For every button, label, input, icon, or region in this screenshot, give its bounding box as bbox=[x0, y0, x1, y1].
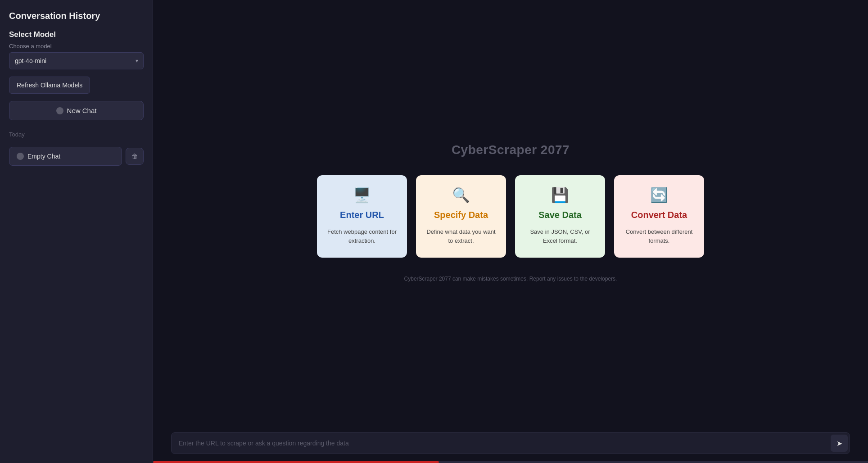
save-data-icon: 💾 bbox=[551, 188, 569, 202]
model-select-wrapper: gpt-4o-mini gpt-4o gpt-3.5-turbo ▾ bbox=[9, 52, 144, 69]
sidebar: Conversation History Select Model Choose… bbox=[0, 0, 153, 463]
new-chat-button[interactable]: New Chat bbox=[9, 101, 144, 120]
model-select[interactable]: gpt-4o-mini gpt-4o gpt-3.5-turbo bbox=[9, 52, 144, 69]
enter-url-title: Enter URL bbox=[340, 209, 384, 220]
enter-url-description: Fetch webpage content for extraction. bbox=[326, 227, 398, 245]
sidebar-title: Conversation History bbox=[9, 11, 144, 21]
input-wrapper: ➤ bbox=[171, 432, 850, 454]
delete-chat-button[interactable]: 🗑 bbox=[126, 148, 144, 165]
card-enter-url[interactable]: 🖥️ Enter URL Fetch webpage content for e… bbox=[317, 175, 407, 258]
empty-chat-label: Empty Chat bbox=[27, 153, 60, 160]
scroll-indicator bbox=[153, 461, 868, 463]
url-input[interactable] bbox=[179, 435, 827, 451]
send-icon: ➤ bbox=[836, 439, 842, 448]
save-data-title: Save Data bbox=[538, 209, 582, 220]
new-chat-label: New Chat bbox=[67, 107, 97, 114]
card-specify-data[interactable]: 🔍 Specify Data Define what data you want… bbox=[416, 175, 506, 258]
disclaimer-text: CyberScraper 2077 can make mistakes some… bbox=[404, 276, 617, 282]
convert-data-description: Convert between different formats. bbox=[623, 227, 695, 245]
empty-chat-button[interactable]: Empty Chat bbox=[9, 147, 122, 166]
specify-data-icon: 🔍 bbox=[452, 188, 470, 202]
select-model-label: Select Model bbox=[9, 30, 144, 39]
chat-icon bbox=[56, 107, 63, 114]
main-panel: CyberScraper 2077 🖥️ Enter URL Fetch web… bbox=[153, 0, 868, 463]
specify-data-title: Specify Data bbox=[434, 209, 488, 220]
convert-data-title: Convert Data bbox=[631, 209, 687, 220]
bottom-bar: ➤ bbox=[153, 425, 868, 463]
trash-icon: 🗑 bbox=[131, 153, 138, 160]
select-model-section: Select Model Choose a model gpt-4o-mini … bbox=[9, 30, 144, 69]
chat-history-row: Empty Chat 🗑 bbox=[9, 147, 144, 166]
app-title: CyberScraper 2077 bbox=[452, 143, 570, 157]
card-convert-data[interactable]: 🔄 Convert Data Convert between different… bbox=[614, 175, 704, 258]
main-content: CyberScraper 2077 🖥️ Enter URL Fetch web… bbox=[153, 0, 868, 425]
enter-url-icon: 🖥️ bbox=[353, 188, 371, 202]
specify-data-description: Define what data you want to extract. bbox=[425, 227, 497, 245]
scroll-thumb bbox=[153, 461, 439, 463]
chat-icon-small bbox=[17, 153, 24, 160]
convert-data-icon: 🔄 bbox=[650, 188, 668, 202]
send-button[interactable]: ➤ bbox=[831, 435, 848, 452]
choose-model-sublabel: Choose a model bbox=[9, 43, 144, 50]
cards-container: 🖥️ Enter URL Fetch webpage content for e… bbox=[317, 175, 704, 258]
refresh-ollama-button[interactable]: Refresh Ollama Models bbox=[9, 77, 90, 94]
today-label: Today bbox=[9, 131, 144, 138]
save-data-description: Save in JSON, CSV, or Excel format. bbox=[524, 227, 596, 245]
card-save-data[interactable]: 💾 Save Data Save in JSON, CSV, or Excel … bbox=[515, 175, 605, 258]
